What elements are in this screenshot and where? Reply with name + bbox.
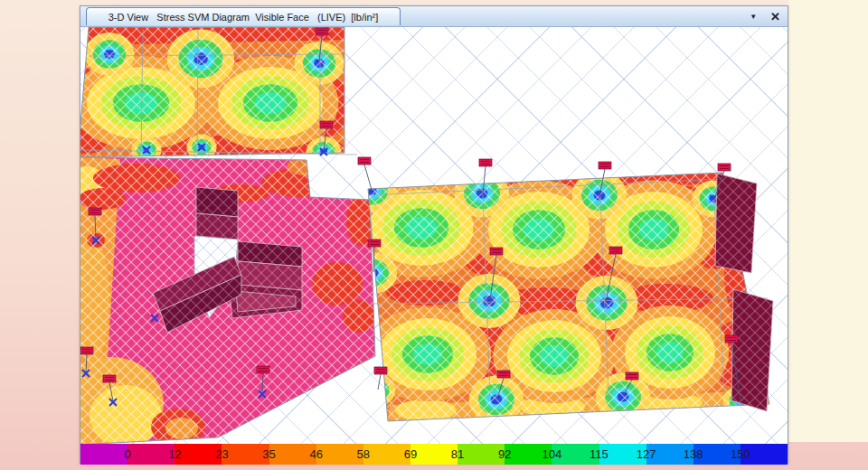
legend-value: 12 [168,444,181,465]
legend-value: 46 [309,444,322,465]
legend-value: 58 [357,444,370,465]
column-label-chip [374,367,387,374]
legend-value: 0 [125,444,131,465]
legend-segment [80,444,127,465]
column-label-chip [725,335,738,343]
column-label-chip [718,164,731,171]
view-tab-title: 3-D View Stress SVM Diagram Visible Face… [108,12,379,23]
legend-value: 127 [637,444,656,465]
column-label-chip [103,375,116,382]
shear-wall [196,213,238,240]
column-label-chip [358,157,371,164]
column-label-chip [626,372,638,380]
stress-scene-svg [80,27,788,465]
column-label-chip [368,240,381,247]
model-viewport[interactable]: 01223354658698192104115127138150 [80,27,788,465]
legend-value: 92 [498,444,511,465]
shear-wall [731,289,773,411]
legend-value: 138 [684,444,703,465]
slab-right [346,169,771,423]
stress-legend: 01223354658698192104115127138150 [80,444,788,465]
column-label-chip [257,366,269,373]
column-label-chip [320,121,333,128]
desktop-background-panel [788,0,868,442]
column-label-chip [89,208,101,215]
analysis-view-window: 3-D View Stress SVM Diagram Visible Face… [80,5,788,464]
column-label-chip [479,159,492,166]
slab-top-left [80,27,350,167]
window-title-bar: 3-D View Stress SVM Diagram Visible Face… [80,6,788,27]
legend-value: 150 [731,444,750,465]
legend-value: 23 [215,444,228,465]
column-label-chip [490,248,503,255]
column-label-chip [316,28,328,35]
legend-value: 69 [404,444,417,465]
stress-patch [334,178,370,196]
legend-value: 81 [451,444,464,465]
column-label-chip [80,347,93,354]
legend-value: 115 [590,444,609,465]
leader-line [378,374,381,390]
column-label-chip [599,162,611,169]
column-label-chip [497,371,510,378]
view-tab[interactable]: 3-D View Stress SVM Diagram Visible Face… [86,7,401,25]
legend-value: 104 [542,444,561,465]
legend-value: 35 [262,444,275,465]
window-controls: ▼ ✕ [747,6,782,26]
column-label-chip [609,247,622,254]
shear-wall [715,174,757,273]
window-menu-icon[interactable]: ▼ [747,11,760,23]
shear-wall [196,187,238,217]
close-icon[interactable]: ✕ [769,10,782,24]
leader-line [364,164,372,190]
